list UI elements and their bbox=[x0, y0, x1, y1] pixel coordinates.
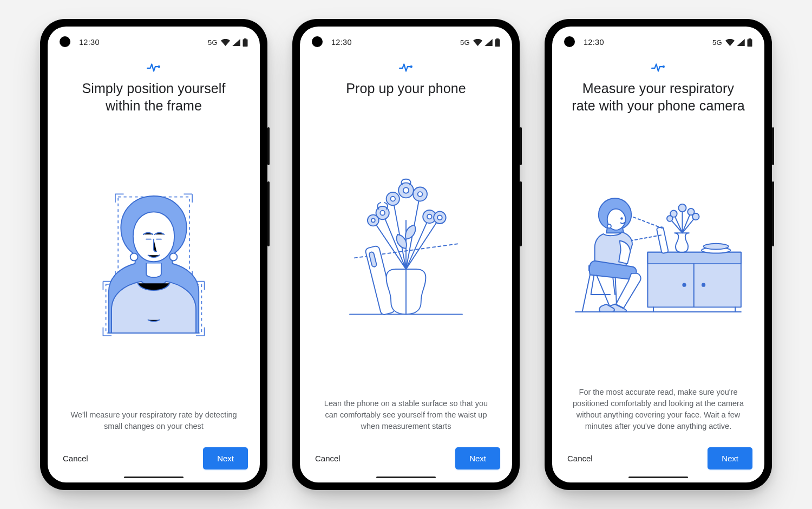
svg-point-19 bbox=[427, 214, 432, 219]
phone-screen: 12:30 5G Prop up your phone bbox=[300, 27, 512, 482]
footer-actions: Cancel Next bbox=[552, 435, 764, 482]
network-label: 5G bbox=[712, 38, 722, 47]
status-time: 12:30 bbox=[331, 38, 352, 47]
description: For the most accurate read, make sure yo… bbox=[566, 387, 750, 432]
home-indicator bbox=[124, 477, 184, 479]
svg-point-13 bbox=[390, 197, 395, 201]
svg-point-15 bbox=[403, 187, 409, 193]
cancel-button[interactable]: Cancel bbox=[312, 448, 344, 468]
person-seated-illustration bbox=[572, 184, 745, 319]
svg-point-5 bbox=[410, 66, 412, 68]
network-label: 5G bbox=[208, 38, 218, 47]
onboarding-content: Prop up your phone bbox=[300, 55, 512, 435]
status-icons: 5G bbox=[712, 38, 752, 47]
svg-point-0 bbox=[158, 66, 160, 68]
phone-mockup-3: 12:30 5G Measure your respiratory rate w… bbox=[545, 19, 772, 490]
headline: Prop up your phone bbox=[346, 80, 466, 97]
next-button[interactable]: Next bbox=[455, 447, 500, 469]
vital-pulse-icon bbox=[399, 62, 413, 74]
svg-point-21 bbox=[437, 215, 442, 220]
svg-point-11 bbox=[380, 211, 385, 216]
phone-mockup-2: 12:30 5G Prop up your phone bbox=[292, 19, 520, 490]
status-time: 12:30 bbox=[79, 38, 100, 47]
svg-point-39 bbox=[667, 216, 673, 222]
svg-point-17 bbox=[418, 192, 423, 197]
status-icons: 5G bbox=[208, 38, 248, 47]
svg-point-3 bbox=[130, 253, 138, 261]
svg-rect-40 bbox=[657, 227, 669, 254]
stage: 12:30 5G Simply position yourself within… bbox=[0, 0, 812, 509]
svg-point-44 bbox=[621, 218, 623, 220]
description: Lean the phone on a stable surface so th… bbox=[314, 398, 498, 432]
svg-point-38 bbox=[692, 213, 699, 220]
svg-point-34 bbox=[704, 244, 729, 250]
svg-point-30 bbox=[702, 284, 705, 286]
svg-point-29 bbox=[683, 284, 685, 286]
phone-mockup-1: 12:30 5G Simply position yourself within… bbox=[40, 19, 267, 490]
network-label: 5G bbox=[460, 38, 470, 47]
phone-vase-illustration bbox=[336, 170, 476, 327]
battery-icon bbox=[747, 38, 752, 47]
headline: Simply position yourself within the fram… bbox=[65, 80, 243, 114]
svg-point-24 bbox=[663, 66, 665, 68]
onboarding-content: Simply position yourself within the fram… bbox=[48, 55, 260, 435]
illustration bbox=[314, 97, 498, 398]
punch-hole-camera bbox=[60, 36, 70, 47]
vital-pulse-icon bbox=[147, 62, 161, 74]
next-button[interactable]: Next bbox=[708, 447, 752, 469]
home-indicator bbox=[376, 477, 436, 479]
svg-rect-27 bbox=[647, 252, 741, 264]
svg-point-45 bbox=[607, 225, 611, 229]
cell-signal-icon bbox=[737, 39, 745, 46]
status-icons: 5G bbox=[460, 38, 500, 47]
svg-point-36 bbox=[678, 204, 686, 212]
footer-actions: Cancel Next bbox=[48, 435, 260, 482]
onboarding-content: Measure your respiratory rate with your … bbox=[552, 55, 764, 435]
illustration bbox=[566, 114, 750, 387]
status-bar: 12:30 5G bbox=[552, 27, 764, 55]
next-button[interactable]: Next bbox=[203, 447, 248, 469]
battery-icon bbox=[495, 38, 500, 47]
home-indicator bbox=[628, 477, 688, 479]
cancel-button[interactable]: Cancel bbox=[60, 448, 91, 468]
headline: Measure your respiratory rate with your … bbox=[569, 80, 747, 114]
wifi-icon bbox=[725, 39, 735, 46]
person-in-frame-illustration bbox=[83, 181, 224, 344]
cell-signal-icon bbox=[484, 39, 493, 46]
footer-actions: Cancel Next bbox=[300, 435, 512, 482]
phone-screen: 12:30 5G Simply position yourself within… bbox=[48, 27, 260, 482]
phone-screen: 12:30 5G Measure your respiratory rate w… bbox=[552, 27, 764, 482]
cancel-button[interactable]: Cancel bbox=[564, 448, 596, 468]
wifi-icon bbox=[221, 39, 230, 46]
svg-point-23 bbox=[371, 219, 375, 223]
status-bar: 12:30 5G bbox=[300, 27, 512, 55]
punch-hole-camera bbox=[312, 36, 323, 47]
vital-pulse-icon bbox=[651, 62, 665, 74]
svg-point-4 bbox=[169, 253, 177, 261]
wifi-icon bbox=[473, 39, 482, 46]
status-bar: 12:30 5G bbox=[48, 27, 260, 55]
illustration bbox=[62, 114, 246, 409]
punch-hole-camera bbox=[564, 36, 575, 47]
status-time: 12:30 bbox=[584, 38, 604, 47]
cell-signal-icon bbox=[232, 39, 240, 46]
battery-icon bbox=[243, 38, 248, 47]
description: We'll measure your respiratory rate by d… bbox=[62, 409, 246, 432]
